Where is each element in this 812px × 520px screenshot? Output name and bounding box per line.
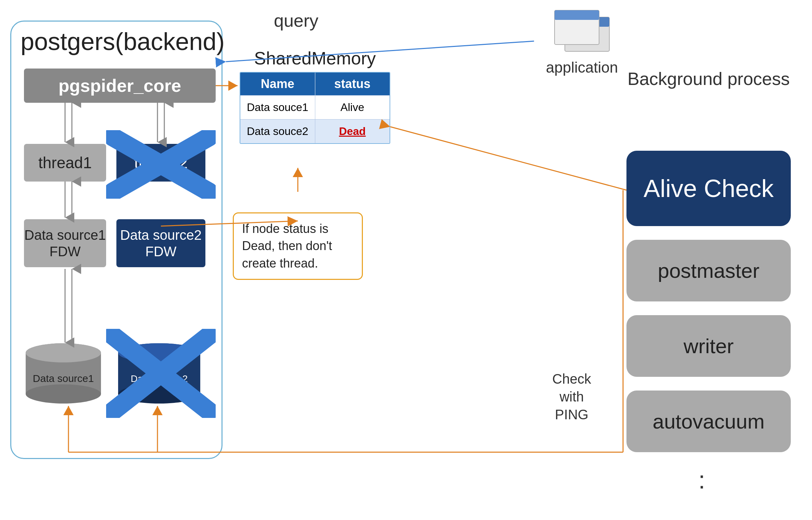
bg-process-label: Background process [623,69,794,89]
alive-check-label: Alive Check [644,174,774,202]
svg-point-9 [118,384,200,404]
check-ping-label: Check with PING [534,370,609,423]
pgspider-core-label: pgspider_core [59,75,181,96]
svg-point-10 [118,343,200,362]
datasource2-fdw-label: Data source2 FDW [120,227,202,260]
thread1-box: thread1 [24,144,106,182]
row2-name: Data souce2 [240,119,315,143]
svg-text:Data source2: Data source2 [131,373,188,384]
colon-label: : [698,466,705,494]
datasource2-cylinder: Data source2 [116,343,202,404]
writer-box: writer [626,315,791,377]
thread2-box: thread2 [116,144,205,182]
writer-label: writer [684,334,734,358]
backend-title: postgers(backend) [21,27,225,55]
table-row-2: Data souce2 Dead [240,119,390,143]
pgspider-core-box: pgspider_core [24,69,216,103]
alive-check-button[interactable]: Alive Check [626,151,791,226]
shared-memory-title: SharedMemory [240,48,390,69]
datasource1-fdw-box: Data source1 FDW [24,219,106,267]
thread2-label: thread2 [134,153,188,172]
row1-name: Data souce1 [240,95,315,119]
svg-rect-17 [555,10,599,20]
svg-point-5 [26,343,101,362]
datasource1-cylinder: Data source1 [24,343,103,404]
table-header: Name status [240,73,390,95]
autovacuum-box: autovacuum [626,391,791,452]
col-status-header: status [315,73,390,95]
shared-memory-table: Name status Data souce1 Alive Data souce… [240,72,390,144]
datasource1-fdw-label: Data source1 FDW [24,227,106,260]
svg-text:Data source1: Data source1 [33,373,94,384]
application-container: application [534,7,630,76]
row2-status: Dead [315,119,390,143]
shared-memory-container: SharedMemory Name status Data souce1 Ali… [240,48,390,144]
datasource2-fdw-box: Data source2 FDW [116,219,205,267]
postmaster-label: postmaster [658,259,760,283]
thread1-label: thread1 [38,153,92,172]
application-label: application [534,59,630,76]
callout-box: If node status is Dead, then don't creat… [233,212,363,280]
row1-status: Alive [315,95,390,119]
svg-line-31 [390,127,626,190]
table-row-1: Data souce1 Alive [240,95,390,119]
query-label: query [274,10,318,31]
autovacuum-label: autovacuum [653,410,765,433]
svg-point-4 [26,384,101,404]
postmaster-box: postmaster [626,240,791,301]
callout-text: If node status is Dead, then don't creat… [242,222,332,270]
application-icon [551,7,613,55]
col-name-header: Name [240,73,315,95]
